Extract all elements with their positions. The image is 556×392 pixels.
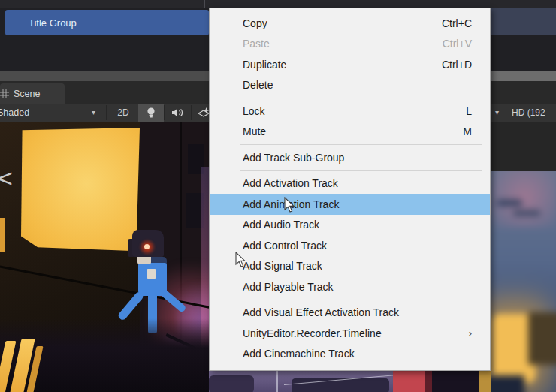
menu-item-shortcut: M <box>463 125 472 137</box>
menu-item-label: Add Track Sub-Group <box>243 152 344 164</box>
lightbulb-icon <box>146 107 156 119</box>
menu-item-add-playable-track[interactable]: Add Playable Track <box>210 276 490 297</box>
menu-item-paste[interactable]: Paste Ctrl+V <box>210 34 490 55</box>
menu-item-copy[interactable]: Copy Ctrl+C <box>210 13 490 34</box>
menu-item-label: Add Playable Track <box>243 281 334 293</box>
menu-item-add-cinemachine-track[interactable]: Add Cinemachine Track <box>210 344 490 365</box>
game-view-column <box>491 122 556 392</box>
menu-item-label: Add Visual Effect Activation Track <box>243 306 399 318</box>
floor-gizmo-line <box>276 371 278 392</box>
draw-mode-dropdown[interactable]: Shaded <box>0 104 29 122</box>
menu-separator <box>240 144 482 145</box>
scene-yellow-window <box>21 128 140 252</box>
menu-separator <box>240 170 482 171</box>
scene-floor-strip <box>209 371 491 392</box>
effects-icon <box>198 107 210 119</box>
menu-item-unityeditor-recorder-timeline[interactable]: UnityEditor.Recorder.Timeline › <box>210 323 490 344</box>
context-menu: Copy Ctrl+C Paste Ctrl+V Duplicate Ctrl+… <box>209 8 491 371</box>
character-eye <box>144 244 150 249</box>
menu-item-shortcut: Ctrl+C <box>442 17 472 29</box>
floor-shape <box>209 375 254 392</box>
menu-item-lock[interactable]: Lock L <box>210 101 490 122</box>
menu-item-label: Mute <box>243 125 266 137</box>
menu-item-label: Lock <box>243 105 265 117</box>
menu-item-label: Paste <box>243 38 270 50</box>
character-chest-patch <box>147 269 156 279</box>
character-torso <box>138 263 167 296</box>
menu-item-label: Add Audio Track <box>243 219 319 231</box>
toolbar-separator <box>106 105 107 120</box>
menu-item-shortcut: L <box>466 105 472 117</box>
menu-item-add-visual-effect-activation-track[interactable]: Add Visual Effect Activation Track <box>210 303 490 324</box>
left-chevron-icon[interactable]: < <box>0 165 13 191</box>
toggle-2d-button[interactable]: 2D <box>110 104 137 122</box>
menu-item-label: Add Control Track <box>243 240 327 252</box>
menu-item-label: Add Signal Track <box>243 260 322 272</box>
menu-item-add-animation-track[interactable]: Add Animation Track <box>210 194 490 215</box>
game-view-blur-layer <box>491 171 556 392</box>
menu-item-add-activation-track[interactable]: Add Activation Track <box>210 173 490 194</box>
game-cloud <box>497 200 522 206</box>
game-building <box>528 312 556 365</box>
tab-scene[interactable]: Scene <box>0 83 65 104</box>
menu-item-add-signal-track[interactable]: Add Signal Track <box>210 256 490 277</box>
chevron-down-icon[interactable]: ▾ <box>92 104 95 122</box>
cursor-arrow-icon <box>284 197 296 213</box>
menu-item-label: Delete <box>243 79 273 91</box>
audio-toggle-button[interactable] <box>165 104 191 122</box>
menu-item-duplicate[interactable]: Duplicate Ctrl+D <box>210 54 490 75</box>
menu-item-add-track-sub-group[interactable]: Add Track Sub-Group <box>210 147 490 168</box>
menu-item-label: Add Cinemachine Track <box>243 348 355 360</box>
draw-mode-label: Shaded <box>0 107 29 118</box>
menu-separator <box>240 98 482 98</box>
menu-item-label: Duplicate <box>243 59 286 71</box>
chevron-down-icon[interactable]: ▾ <box>495 104 499 122</box>
menu-item-delete[interactable]: Delete <box>210 75 490 96</box>
aspect-ratio-label: HD (192 <box>512 107 545 118</box>
menu-item-label: Add Activation Track <box>243 177 338 189</box>
menu-item-add-control-track[interactable]: Add Control Track <box>210 235 490 256</box>
menu-item-mute[interactable]: Mute M <box>210 122 490 143</box>
menu-separator <box>240 300 482 300</box>
scene-render-area: < <box>0 122 209 392</box>
menu-item-label: UnityEditor.Recorder.Timeline <box>243 327 382 339</box>
floor-red-pillar-edge <box>425 371 432 392</box>
lighting-toggle-button[interactable] <box>138 104 164 122</box>
menu-item-shortcut: Ctrl+V <box>443 38 472 50</box>
speaker-icon <box>171 107 184 118</box>
timeline-track-row-right <box>491 8 556 35</box>
timeline-divider <box>204 0 205 8</box>
menu-item-shortcut: Ctrl+D <box>442 59 472 71</box>
floor-shape <box>292 378 389 392</box>
track-title-label: Title Group <box>29 17 77 29</box>
scene-window-sliver <box>0 218 5 252</box>
floor-gold-block <box>479 371 491 392</box>
aspect-ratio-dropdown[interactable]: HD (192 <box>512 104 545 122</box>
game-bottom-shadow <box>491 375 524 392</box>
game-cloud <box>513 210 540 216</box>
floor-red-pillar <box>393 371 425 392</box>
toggle-2d-label: 2D <box>117 107 128 118</box>
game-view-render <box>491 171 556 392</box>
track-title-group[interactable]: Title Group <box>5 10 209 35</box>
floor-dark-block <box>432 371 479 392</box>
grid-icon <box>0 89 9 98</box>
menu-item-label: Copy <box>243 17 267 29</box>
tab-scene-label: Scene <box>14 89 40 99</box>
toolbar-separator <box>137 105 137 120</box>
submenu-arrow-icon: › <box>469 327 472 339</box>
cursor-arrow-ghost-icon <box>235 252 247 268</box>
menu-item-add-audio-track[interactable]: Add Audio Track <box>210 215 490 236</box>
